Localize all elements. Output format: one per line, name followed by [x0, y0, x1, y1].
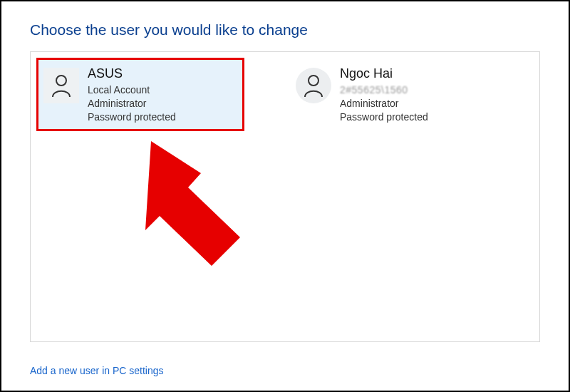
- user-name: Ngoc Hai: [340, 65, 428, 82]
- user-info: ASUS Local Account Administrator Passwor…: [88, 65, 176, 124]
- avatar: [296, 68, 331, 103]
- user-info: Ngoc Hai 2#55625\1560 Administrator Pass…: [340, 65, 428, 124]
- user-account-type: Local Account: [88, 83, 176, 97]
- user-password-status: Password protected: [88, 110, 176, 124]
- add-user-link[interactable]: Add a new user in PC settings: [30, 365, 164, 376]
- user-list-panel: ASUS Local Account Administrator Passwor…: [30, 51, 540, 342]
- user-name: ASUS: [88, 65, 176, 82]
- avatar: [43, 68, 79, 103]
- svg-point-1: [309, 76, 318, 86]
- user-role: Administrator: [88, 97, 176, 110]
- user-card-asus[interactable]: ASUS Local Account Administrator Passwor…: [36, 58, 244, 131]
- user-password-status: Password protected: [340, 110, 428, 124]
- svg-point-0: [56, 76, 66, 86]
- page-title: Choose the user you would like to change: [1, 1, 569, 38]
- user-icon: [51, 73, 72, 98]
- user-account-type: 2#55625\1560: [340, 83, 428, 97]
- user-card-ngoc-hai[interactable]: Ngoc Hai 2#55625\1560 Administrator Pass…: [289, 58, 497, 131]
- user-role: Administrator: [340, 97, 428, 110]
- user-icon: [303, 73, 324, 98]
- user-row: ASUS Local Account Administrator Passwor…: [36, 58, 534, 131]
